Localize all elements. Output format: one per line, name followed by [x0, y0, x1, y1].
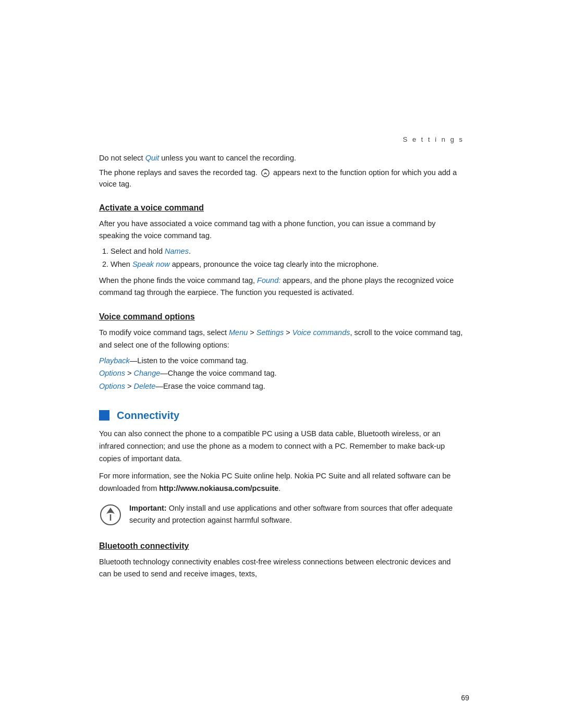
- options-link-2[interactable]: Options: [99, 382, 125, 390]
- vc-arrow1: >: [248, 328, 256, 337]
- para2-prefix: When the phone finds the voice command t…: [99, 276, 257, 285]
- bluetooth-heading: Bluetooth connectivity: [99, 541, 464, 551]
- intro-para1: Do not select Quit unless you want to ca…: [99, 153, 464, 164]
- change-link[interactable]: Change: [134, 369, 161, 377]
- connectivity-para1: You can also connect the phone to a comp…: [99, 428, 464, 465]
- note-icon-container: [99, 502, 122, 528]
- voice-command-para1: To modify voice command tags, select Men…: [99, 327, 464, 351]
- vc-option2: Options > Change—Change the voice comman…: [99, 367, 464, 380]
- intro-para2: The phone replays and saves the recorded…: [99, 167, 464, 190]
- conn-para2-end: .: [278, 484, 280, 492]
- connectivity-para2: For more information, see the Nokia PC S…: [99, 470, 464, 495]
- connectivity-title: Connectivity: [117, 410, 179, 422]
- quit-link[interactable]: Quit: [145, 154, 160, 162]
- activate-step2: When Speak now appears, pronounce the vo…: [111, 258, 464, 270]
- step1-end: .: [189, 247, 191, 255]
- option1-end: —Listen to the voice command tag.: [130, 356, 248, 365]
- connectivity-heading-container: Connectivity: [99, 410, 464, 422]
- page-number: 69: [461, 694, 469, 702]
- activate-para1: After you have associated a voice comman…: [99, 218, 464, 242]
- blue-square-icon: [99, 410, 109, 421]
- vc-para1-prefix: To modify voice command tags, select: [99, 328, 229, 337]
- option3-arrow: >: [125, 382, 134, 390]
- settings-link[interactable]: Settings: [256, 328, 284, 337]
- speak-now-link[interactable]: Speak now: [132, 260, 170, 268]
- activate-heading: Activate a voice command: [99, 203, 464, 213]
- step1-prefix: Select and hold: [111, 247, 165, 255]
- vc-option1: Playback—Listen to the voice command tag…: [99, 354, 464, 367]
- page-container: S e t t i n g s Do not select Quit unles…: [0, 0, 563, 728]
- options-link-1[interactable]: Options: [99, 369, 125, 377]
- activate-para2: When the phone finds the voice command t…: [99, 275, 464, 299]
- voice-tag-icon: [261, 168, 270, 178]
- voice-commands-link[interactable]: Voice commands: [292, 328, 350, 337]
- step2-end: appears, pronounce the voice tag clearly…: [170, 260, 379, 268]
- note-box: Important: Only install and use applicat…: [99, 502, 464, 528]
- activate-steps: Select and hold Names. When Speak now ap…: [111, 245, 464, 270]
- playback-link[interactable]: Playback: [99, 356, 130, 365]
- found-link[interactable]: Found:: [257, 276, 280, 285]
- delete-link[interactable]: Delete: [134, 382, 156, 390]
- vc-option3: Options > Delete—Erase the voice command…: [99, 380, 464, 393]
- bluetooth-para1: Bluetooth technology connectivity enable…: [99, 556, 464, 580]
- option3-end: —Erase the voice command tag.: [155, 382, 265, 390]
- note-text-container: Important: Only install and use applicat…: [129, 502, 464, 526]
- page-header: S e t t i n g s: [99, 135, 464, 143]
- header-label: S e t t i n g s: [403, 135, 464, 143]
- option2-end: —Change the voice command tag.: [160, 369, 276, 377]
- intro-line2: The phone replays and saves the recorded…: [99, 168, 258, 177]
- conn-para2-url: http://www.nokiausa.com/pcsuite: [159, 484, 278, 492]
- step2-prefix: When: [111, 260, 132, 268]
- option2-arrow: >: [125, 369, 134, 377]
- intro-line1-end: unless you want to cancel the recording.: [159, 154, 296, 162]
- voice-command-heading: Voice command options: [99, 312, 464, 322]
- names-link[interactable]: Names: [165, 247, 189, 255]
- activate-step1: Select and hold Names.: [111, 245, 464, 257]
- important-icon: [99, 503, 122, 526]
- note-bold: Important:: [129, 504, 167, 512]
- content-area: S e t t i n g s Do not select Quit unles…: [94, 0, 469, 625]
- menu-link[interactable]: Menu: [229, 328, 248, 337]
- intro-line1-prefix: Do not select: [99, 154, 145, 162]
- vc-arrow2: >: [284, 328, 292, 337]
- note-body: Only install and use applications and ot…: [129, 504, 452, 524]
